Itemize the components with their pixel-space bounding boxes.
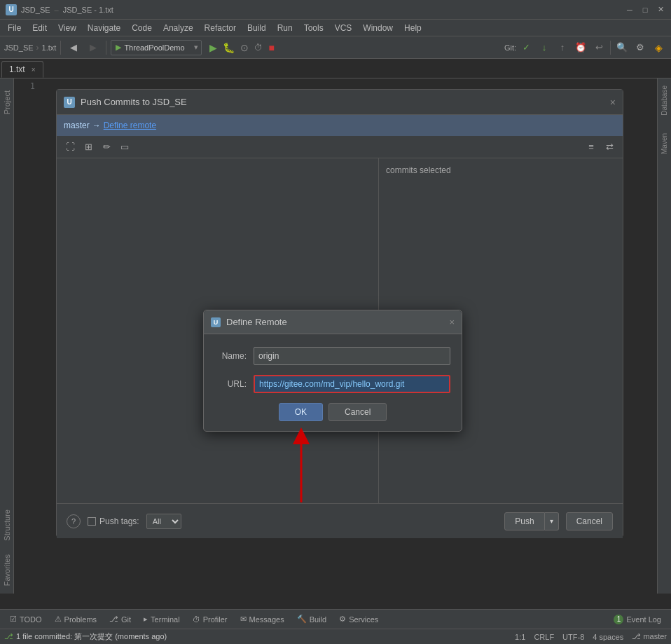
close-button[interactable]: ✕ <box>656 5 665 15</box>
push-button-group: Push ▾ <box>504 512 558 530</box>
profile-button[interactable]: ⏱ <box>252 41 265 54</box>
help-button[interactable]: ? <box>67 514 81 528</box>
branch-name: master <box>64 121 90 130</box>
name-label: Name: <box>215 351 247 361</box>
menu-build[interactable]: Build <box>242 22 271 34</box>
messages-label: Messages <box>249 615 284 624</box>
debug-button[interactable]: 🐛 <box>221 41 237 55</box>
push-tags-label: Push tags: <box>99 516 139 526</box>
problems-tab[interactable]: ⚠ Problems <box>49 611 102 628</box>
push-tags-select[interactable]: All <box>146 514 181 529</box>
diff-icon[interactable]: ⇄ <box>602 139 617 155</box>
structure-label[interactable]: Structure <box>1 504 13 547</box>
grid-icon[interactable]: ⊞ <box>81 139 96 155</box>
todo-icon: ☑ <box>10 615 17 624</box>
push-button[interactable]: Push <box>504 512 544 530</box>
file-tab-1txt[interactable]: 1.txt × <box>1 61 43 78</box>
tab-close-button[interactable]: × <box>32 66 36 74</box>
profiler-tab[interactable]: ⏱ Profiler <box>187 611 233 628</box>
git-undo-button[interactable]: ↩ <box>590 39 607 56</box>
image-icon[interactable]: ▭ <box>117 139 132 155</box>
todo-tab[interactable]: ☑ TODO <box>4 611 48 628</box>
event-log-tab[interactable]: 1 Event Log <box>608 611 667 628</box>
expand-icon[interactable]: ⛶ <box>62 139 78 155</box>
menu-run[interactable]: Run <box>272 22 298 34</box>
branch-row: master → Define remote <box>57 115 623 136</box>
define-remote-body: Name: URL: OK Cancel <box>204 334 462 431</box>
define-remote-icon: U <box>211 317 221 327</box>
define-remote-title-text: Define Remote <box>226 317 287 327</box>
forward-button[interactable]: ▶ <box>85 39 102 56</box>
menu-file[interactable]: File <box>3 22 26 34</box>
run-config-dropdown[interactable]: ▶ ThreadPoolDemo ▾ <box>111 40 202 55</box>
menu-refactor[interactable]: Refactor <box>200 22 241 34</box>
maven-sidebar-item[interactable]: Maven <box>659 129 670 160</box>
menu-edit[interactable]: Edit <box>27 22 52 34</box>
database-label[interactable]: Database <box>659 81 670 120</box>
git-update-button[interactable]: ↓ <box>536 39 553 56</box>
build-tab[interactable]: 🔨 Build <box>291 611 332 628</box>
profiler-label: Profiler <box>203 615 228 624</box>
menu-code[interactable]: Code <box>127 22 157 34</box>
favorites-sidebar-icon[interactable]: Favorites <box>1 549 13 594</box>
toolbox-button[interactable]: ◈ <box>650 39 667 56</box>
maximize-button[interactable]: □ <box>640 5 650 15</box>
maven-label[interactable]: Maven <box>659 129 670 158</box>
menu-help[interactable]: Help <box>399 22 427 34</box>
list-icon[interactable]: ≡ <box>583 139 599 155</box>
cancel-button[interactable]: Cancel <box>328 403 387 421</box>
settings-button[interactable]: ⚙ <box>632 39 649 56</box>
push-toolbar: ⛶ ⊞ ✏ ▭ ≡ ⇄ <box>57 136 623 158</box>
terminal-label: Terminal <box>151 615 180 624</box>
git-push-button[interactable]: ↑ <box>554 39 571 56</box>
define-remote-close-button[interactable]: × <box>449 317 455 327</box>
structure-sidebar-icon[interactable]: Structure <box>1 504 13 549</box>
title-bar: U JSD_SE – JSD_SE - 1.txt ─ □ ✕ <box>0 0 671 20</box>
push-dialog-title-text: Push Commits to JSD_SE <box>81 97 187 107</box>
git-tab[interactable]: ⎇ Git <box>104 611 137 628</box>
minimize-button[interactable]: ─ <box>625 5 635 15</box>
project-sidebar-icon[interactable]: Project <box>1 81 13 123</box>
branch-name-label: master <box>643 632 667 640</box>
name-input[interactable] <box>254 347 450 365</box>
run-config-icon: ▶ <box>116 43 121 52</box>
run-button[interactable]: ▶ <box>207 41 219 55</box>
push-dialog-close-button[interactable]: × <box>610 97 616 108</box>
push-cancel-button[interactable]: Cancel <box>566 512 613 530</box>
url-input[interactable] <box>254 375 450 393</box>
push-dropdown-button[interactable]: ▾ <box>545 512 559 530</box>
messages-tab[interactable]: ✉ Messages <box>235 611 290 628</box>
coverage-button[interactable]: ⊙ <box>238 41 251 55</box>
stop-button[interactable]: ■ <box>266 41 276 55</box>
editor-area[interactable]: 1 U Push Commits to JSD_SE × master → De… <box>14 78 657 594</box>
menu-navigate[interactable]: Navigate <box>83 22 125 34</box>
project-label[interactable]: Project <box>1 85 13 120</box>
back-button[interactable]: ◀ <box>65 39 82 56</box>
url-field-row: URL: <box>215 375 450 393</box>
menu-view[interactable]: View <box>53 22 81 34</box>
status-right: 1:1 CRLF UTF-8 4 spaces ⎇ master <box>515 632 667 641</box>
window-title: JSD_SE - 1.txt <box>63 6 113 14</box>
messages-icon: ✉ <box>240 615 247 624</box>
database-sidebar-item[interactable]: Database <box>659 81 670 122</box>
menu-tools[interactable]: Tools <box>299 22 328 34</box>
ok-button[interactable]: OK <box>279 403 323 421</box>
terminal-icon: ▸ <box>144 615 148 624</box>
push-tags-checkbox-input[interactable] <box>88 517 96 526</box>
terminal-tab[interactable]: ▸ Terminal <box>138 611 186 628</box>
favorites-label[interactable]: Favorites <box>1 549 13 591</box>
menu-analyze[interactable]: Analyze <box>158 22 198 34</box>
toolbar-divider2 <box>106 41 106 55</box>
title-sep: – <box>55 6 59 14</box>
git-check-button[interactable]: ✓ <box>518 39 534 56</box>
services-tab[interactable]: ⚙ Services <box>333 611 384 628</box>
edit-icon[interactable]: ✏ <box>99 139 114 155</box>
push-tags-checkbox: Push tags: <box>88 516 139 526</box>
define-remote-link[interactable]: Define remote <box>104 121 156 130</box>
right-sidebar: Database Maven <box>657 78 671 594</box>
menu-vcs[interactable]: VCS <box>330 22 357 34</box>
menu-window[interactable]: Window <box>358 22 398 34</box>
search-button[interactable]: 🔍 <box>614 39 630 56</box>
title-bar-left: U JSD_SE – JSD_SE - 1.txt <box>6 4 113 15</box>
git-history-button[interactable]: ⏰ <box>572 39 589 56</box>
